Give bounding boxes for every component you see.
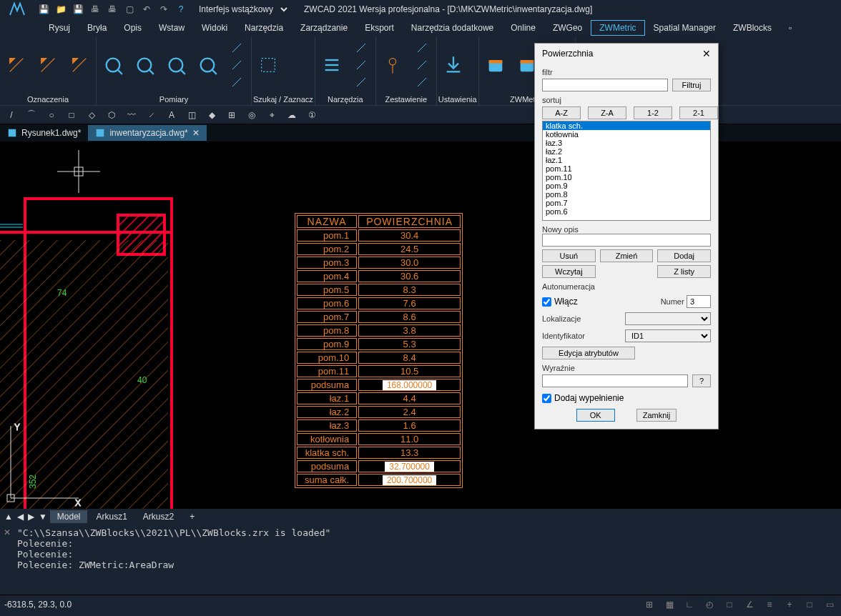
menu-item-rysuj[interactable]: Rysuj xyxy=(40,20,79,36)
locations-select[interactable] xyxy=(625,312,711,325)
tool-icon[interactable]: A xyxy=(164,108,179,122)
tool-icon[interactable]: ☁ xyxy=(285,108,299,122)
ribbon-button[interactable] xyxy=(253,40,283,90)
menu-item-opis[interactable]: Opis xyxy=(115,20,150,36)
tool-icon[interactable]: ① xyxy=(305,108,319,122)
tool-icon[interactable]: ⊞ xyxy=(225,108,239,122)
sort-12-button[interactable]: 1-2 xyxy=(634,106,672,119)
ribbon-small-button[interactable] xyxy=(224,57,250,73)
plot-icon[interactable]: 🖶 xyxy=(89,3,102,16)
ribbon-small-button[interactable] xyxy=(348,74,374,90)
close-tab-icon[interactable]: ✕ xyxy=(192,128,200,138)
tool-icon[interactable]: ⌒ xyxy=(24,108,39,122)
delete-button[interactable]: Usuń xyxy=(542,249,596,262)
ok-button[interactable]: OK xyxy=(576,409,615,422)
ribbon-button[interactable] xyxy=(64,40,94,90)
menu-item-narzędzia[interactable]: Narzędzia xyxy=(236,20,292,36)
list-item[interactable]: pom.9 xyxy=(543,182,710,190)
number-input[interactable] xyxy=(687,295,711,308)
help-icon[interactable]: ? xyxy=(174,3,187,16)
menu-item-zwmetric[interactable]: ZWMetric xyxy=(591,20,644,36)
otrack-icon[interactable]: ∠ xyxy=(742,597,757,612)
model-icon[interactable]: ▭ xyxy=(822,597,837,612)
tool-icon[interactable]: ◎ xyxy=(245,108,259,122)
load-button[interactable]: Wczytaj xyxy=(542,265,596,278)
sort-za-button[interactable]: Z-A xyxy=(588,106,626,119)
menu-item-zwgeo[interactable]: ZWGeo xyxy=(544,20,591,36)
enable-checkbox[interactable]: Włącz xyxy=(542,297,578,307)
ribbon-button[interactable] xyxy=(98,40,128,90)
osnap-icon[interactable]: □ xyxy=(722,597,737,612)
workspace-select[interactable]: Interfejs wstążkowy xyxy=(192,2,290,16)
grid-icon[interactable]: ▦ xyxy=(662,597,677,612)
layout-tab[interactable]: Arkusz2 xyxy=(136,510,181,523)
ribbon-small-button[interactable] xyxy=(409,57,435,73)
sort-21-button[interactable]: 2-1 xyxy=(679,106,718,119)
redo-icon[interactable]: ↷ xyxy=(157,3,170,16)
menu-item-spatial-manager[interactable]: Spatial Manager xyxy=(645,20,724,36)
list-item[interactable]: kotłownia xyxy=(543,130,710,139)
folder-icon[interactable]: 📁 xyxy=(54,3,67,16)
list-item[interactable]: łaz.3 xyxy=(543,139,710,147)
list-item[interactable]: pom.10 xyxy=(543,173,710,182)
menu-item-narzędzia-dodatkowe[interactable]: Narzędzia dodatkowe xyxy=(403,20,502,36)
polar-icon[interactable]: ◴ xyxy=(702,597,717,612)
add-layout-button[interactable]: + xyxy=(182,510,202,523)
command-window[interactable]: ✕ "C:\\Szansa\\ZWBlocks\\2021\\PL\\ZWBlo… xyxy=(0,525,841,595)
identifier-select[interactable]: ID1 xyxy=(625,329,711,342)
ribbon-button[interactable] xyxy=(33,40,63,90)
list-item[interactable]: pom.6 xyxy=(543,207,710,216)
snap-icon[interactable]: ⊞ xyxy=(642,597,656,612)
tool-icon[interactable]: / xyxy=(4,108,19,122)
ribbon-button[interactable] xyxy=(317,40,347,90)
lwt-icon[interactable]: ≡ xyxy=(762,597,777,612)
ribbon-button[interactable] xyxy=(192,40,222,90)
menu-item-wstaw[interactable]: Wstaw xyxy=(150,20,193,36)
list-item[interactable]: łaz.1 xyxy=(543,156,710,164)
menu-item-bryła[interactable]: Bryła xyxy=(79,20,115,36)
close-icon[interactable]: ✕ xyxy=(702,48,711,59)
edit-attributes-button[interactable]: Edycja atrybutów xyxy=(542,347,635,359)
menu-item-zarządzanie[interactable]: Zarządzanie xyxy=(292,20,356,36)
save-icon[interactable]: 💾 xyxy=(37,3,50,16)
cycle-icon[interactable]: □ xyxy=(802,597,817,612)
tool-icon[interactable]: ◫ xyxy=(185,108,199,122)
sort-az-button[interactable]: A-Z xyxy=(542,106,581,119)
change-button[interactable]: Zmień xyxy=(600,249,654,262)
ribbon-small-button[interactable] xyxy=(224,40,250,56)
filter-input[interactable] xyxy=(542,79,668,91)
add-button[interactable]: Dodaj xyxy=(657,249,711,262)
menu-item-eksport[interactable]: Eksport xyxy=(356,20,403,36)
tool-icon[interactable]: ◇ xyxy=(84,108,99,122)
scroll-prev-icon[interactable]: ◀ xyxy=(16,512,25,522)
menu-item-widoki[interactable]: Widoki xyxy=(193,20,236,36)
tool-icon[interactable]: ⌖ xyxy=(265,108,279,122)
ribbon-button[interactable] xyxy=(161,40,191,90)
list-item[interactable]: pom.8 xyxy=(543,190,710,199)
ribbon-button[interactable] xyxy=(378,40,408,90)
layout-tab[interactable]: Arkusz1 xyxy=(89,510,134,523)
list-item[interactable]: pom.11 xyxy=(543,164,710,173)
new-desc-input[interactable] xyxy=(542,234,711,247)
tool-icon[interactable]: ⟋ xyxy=(144,108,159,122)
menu-item-zwblocks[interactable]: ZWBlocks xyxy=(724,20,780,36)
ribbon-minimize-icon[interactable]: ▫ xyxy=(780,20,800,36)
scroll-next-icon[interactable]: ▶ xyxy=(26,512,36,522)
document-tab[interactable]: Rysunek1.dwg* xyxy=(0,125,88,141)
ribbon-small-button[interactable] xyxy=(224,74,250,90)
tool-icon[interactable]: ○ xyxy=(44,108,59,122)
ribbon-small-button[interactable] xyxy=(409,74,435,90)
tool-icon[interactable]: ◆ xyxy=(205,108,219,122)
save-as-icon[interactable]: 💾 xyxy=(72,3,84,16)
list-item[interactable]: klatka sch. xyxy=(543,121,710,130)
layout-tab[interactable]: Model xyxy=(50,510,88,523)
ribbon-button[interactable] xyxy=(438,40,468,90)
match-prop-icon[interactable]: ▢ xyxy=(123,3,136,16)
list-item[interactable]: łaz.2 xyxy=(543,147,710,156)
ribbon-button[interactable] xyxy=(481,40,511,90)
close-button[interactable]: Zamknij xyxy=(636,409,677,422)
tool-icon[interactable]: □ xyxy=(64,108,79,122)
tool-icon[interactable]: 〰 xyxy=(124,108,139,122)
print-preview-icon[interactable]: 🖶 xyxy=(106,3,119,16)
document-tab[interactable]: inwentaryzacja.dwg*✕ xyxy=(88,125,206,141)
